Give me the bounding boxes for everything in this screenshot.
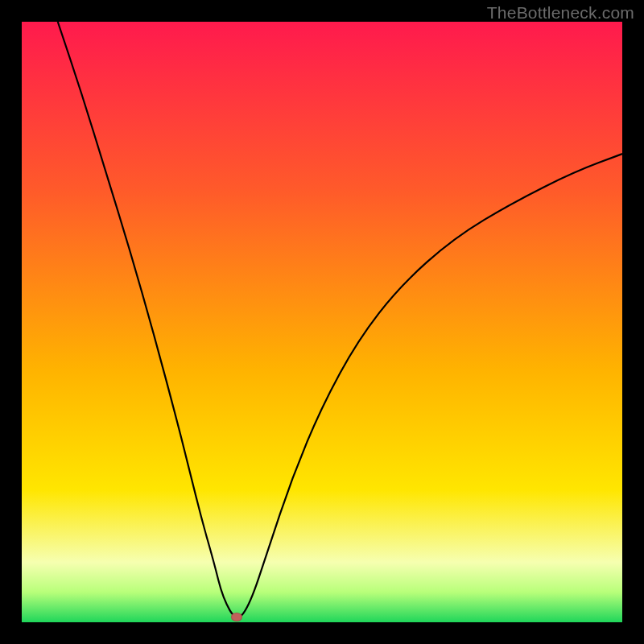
optimal-point-marker (231, 613, 242, 621)
curve-path (58, 22, 622, 617)
plot-area (22, 22, 622, 622)
bottleneck-curve (22, 22, 622, 622)
chart-stage: TheBottleneck.com (0, 0, 644, 644)
watermark-text: TheBottleneck.com (487, 3, 634, 23)
